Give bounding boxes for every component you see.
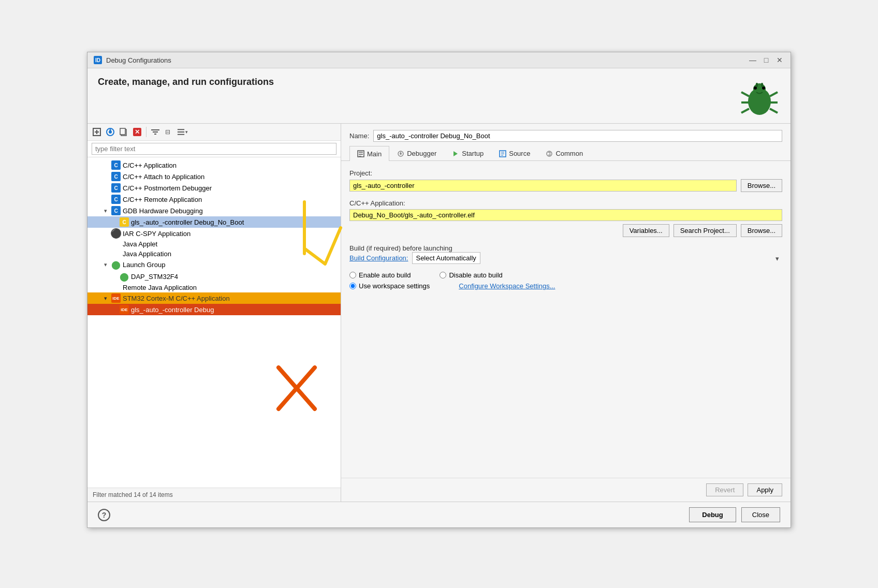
project-browse-button[interactable]: Browse... (741, 179, 782, 192)
app-input[interactable] (349, 209, 782, 221)
svg-rect-29 (178, 134, 184, 135)
new-config-button[interactable] (91, 126, 103, 138)
collapse-button[interactable]: ⊟ (163, 126, 175, 138)
svg-rect-25 (154, 134, 156, 135)
filter-status: Filter matched 14 of 14 items (87, 488, 341, 502)
main-content: ✕ ⊟ ▾ (87, 123, 791, 502)
page-title: Create, manage, and run configurations (98, 77, 274, 87)
build-config-label[interactable]: Build Configuration: (349, 254, 408, 262)
tab-common[interactable]: Common (538, 146, 591, 160)
iar-icon: ⚫ (111, 229, 121, 238)
debugger-tab-icon (397, 150, 404, 157)
build-config-select[interactable]: Select Automatically Debug Release (412, 252, 480, 264)
svg-rect-23 (151, 129, 159, 130)
common-tab-icon (546, 150, 553, 157)
duplicate-button[interactable] (118, 126, 130, 138)
window-icon: ID (94, 56, 102, 64)
item-label: STM32 Cortex-M C/C++ Application (123, 295, 230, 302)
app-label: C/C++ Application: (349, 199, 782, 207)
close-dialog-button[interactable]: Close (741, 507, 780, 522)
svg-line-2 (741, 92, 749, 96)
close-button[interactable]: ✕ (775, 55, 784, 65)
name-input[interactable] (373, 130, 782, 142)
name-row: Name: (341, 124, 791, 146)
startup-tab-icon (452, 150, 459, 157)
tab-main[interactable]: Main (349, 146, 389, 161)
workspace-settings-radio[interactable]: Use workspace settings (349, 282, 430, 290)
c-icon: C (111, 206, 121, 215)
revert-button[interactable]: Revert (706, 483, 743, 496)
main-tab-icon (357, 150, 364, 157)
item-label: C/C++ Attach to Application (123, 173, 204, 181)
list-item[interactable]: Java Application (87, 249, 341, 259)
svg-point-8 (754, 86, 757, 90)
launch-group-icon: ⬤ (111, 260, 121, 270)
list-item[interactable]: C C/C++ Remote Application (87, 194, 341, 205)
svg-rect-24 (153, 131, 158, 133)
view-menu-button[interactable]: ▾ (176, 126, 188, 138)
app-browse-button[interactable]: Browse... (741, 224, 782, 237)
name-label: Name: (349, 132, 369, 140)
search-input[interactable] (92, 143, 336, 155)
item-label: Launch Group (123, 261, 165, 269)
window-footer: ? Debug Close (87, 502, 791, 527)
list-item[interactable]: ⬤ DAP_STM32F4 (87, 271, 341, 283)
bug-icon (739, 77, 780, 118)
list-item[interactable]: C C/C++ Postmortem Debugger (87, 182, 341, 194)
delete-button[interactable]: ✕ (131, 126, 143, 138)
item-label: gls_-auto_-controller Debug_No_Boot (131, 218, 244, 226)
disable-auto-radio-input[interactable] (440, 272, 446, 278)
source-tab-icon (499, 150, 506, 157)
enable-auto-build-radio[interactable]: Enable auto build (349, 271, 411, 279)
list-item[interactable]: IDE gls_-auto_-controller Debug (87, 304, 341, 315)
item-label: IAR C-SPY Application (123, 230, 191, 238)
workspace-radio-input[interactable] (349, 283, 356, 289)
help-button[interactable]: ? (98, 509, 110, 521)
workspace-settings-label: Use workspace settings (359, 282, 430, 290)
expander-icon: ▾ (102, 261, 109, 268)
list-item[interactable]: C gls_-auto_-controller Debug_No_Boot (87, 216, 341, 228)
project-row: Project: Browse... (349, 169, 782, 192)
tab-source[interactable]: Source (491, 146, 538, 160)
item-label: gls_-auto_-controller Debug (131, 306, 214, 314)
svg-marker-36 (453, 151, 458, 156)
debug-button[interactable]: Debug (689, 507, 736, 522)
expander-icon: ▾ (102, 295, 109, 302)
search-project-button[interactable]: Search Project... (674, 224, 737, 237)
svg-rect-28 (178, 131, 184, 133)
list-item[interactable]: C C/C++ Application (87, 159, 341, 171)
svg-rect-10 (756, 83, 758, 87)
apply-button[interactable]: Apply (748, 483, 782, 496)
tab-debugger-label: Debugger (407, 150, 436, 157)
filter-button[interactable] (149, 126, 162, 138)
tab-startup[interactable]: Startup (444, 146, 491, 160)
list-item[interactable]: ▾ ⬤ Launch Group (87, 259, 341, 271)
svg-line-5 (770, 92, 778, 96)
list-item[interactable]: Java Applet (87, 239, 341, 249)
svg-line-7 (770, 109, 778, 113)
enable-auto-radio-input[interactable] (349, 272, 356, 278)
list-item[interactable]: Remote Java Application (87, 283, 341, 292)
build-label: Build (if required) before launching (349, 244, 452, 252)
enable-auto-label: Enable auto build (359, 271, 411, 279)
tab-debugger[interactable]: Debugger (389, 146, 444, 160)
configure-workspace-link[interactable]: Configure Workspace Settings... (459, 282, 555, 290)
svg-point-9 (762, 86, 765, 90)
new-proto-button[interactable] (104, 126, 116, 138)
ide-icon: IDE (111, 293, 121, 303)
minimize-button[interactable]: — (748, 55, 757, 65)
project-input[interactable] (349, 180, 737, 192)
svg-rect-31 (359, 152, 363, 153)
maximize-button[interactable]: □ (762, 55, 771, 65)
toolbar: ✕ ⊟ ▾ (87, 124, 341, 141)
app-row: C/C++ Application: Variables... Search P… (349, 199, 782, 237)
list-item[interactable]: ▾ C GDB Hardware Debugging (87, 205, 341, 216)
variables-button[interactable]: Variables... (623, 224, 669, 237)
list-item[interactable]: C C/C++ Attach to Application (87, 171, 341, 182)
list-item[interactable]: ⚫ IAR C-SPY Application (87, 228, 341, 239)
tab-bar: Main Debugger Startup Source (341, 146, 791, 161)
list-item[interactable]: ▾ IDE STM32 Cortex-M C/C++ Application (87, 292, 341, 304)
svg-rect-20 (120, 128, 125, 135)
disable-auto-build-radio[interactable]: Disable auto build (440, 271, 502, 279)
svg-point-35 (400, 153, 402, 155)
